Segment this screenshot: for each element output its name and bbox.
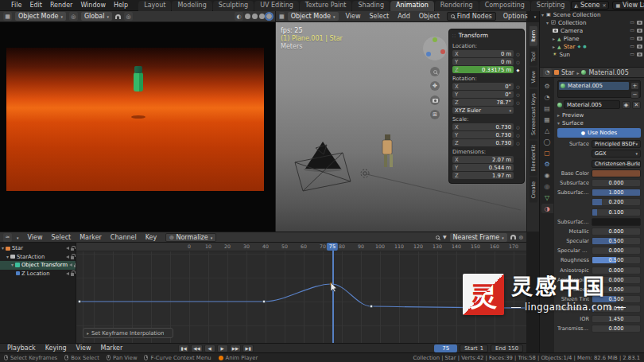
material-name-field[interactable]: Material.005 [564,100,620,109]
disable-render-icon[interactable] [637,45,642,49]
channel-object[interactable]: Star [0,244,76,253]
mute-icon[interactable] [66,272,69,275]
keyframe-decorator[interactable] [515,141,521,146]
tab-output[interactable]: ▤ [541,103,553,113]
mode-dropdown[interactable]: Object Mode [288,12,339,21]
menu-item[interactable]: Render [46,2,76,9]
tab-scene[interactable]: △ [541,126,553,135]
snap-magnet-icon[interactable] [510,235,516,239]
add-slot-button[interactable]: + [630,82,639,90]
lock-icon[interactable] [74,265,76,268]
subsurface-method-dropdown[interactable]: Christensen-Burley [592,160,641,168]
zoom-icon[interactable] [430,67,440,76]
menu-item[interactable]: Playback [3,344,40,352]
hide-viewport-icon[interactable]: ▭ [630,36,634,41]
play-reverse-button[interactable]: ◀ [204,344,215,352]
rotation-x-field[interactable]: X0° [452,83,514,90]
disable-render-icon[interactable] [637,29,642,33]
keyframe-dot[interactable] [370,305,374,309]
camera-view-icon[interactable] [430,95,440,105]
property-slider[interactable]: 0.000 [592,179,641,187]
remove-slot-button[interactable]: − [630,91,639,99]
npanel-tab[interactable]: BlenderKit [530,141,537,176]
playhead-line[interactable] [332,251,334,343]
workspace-tab[interactable]: UV Editing [254,1,299,11]
keyframe-decorator[interactable] [515,92,521,97]
menu-item[interactable]: Object [415,13,444,20]
editor-type-icon[interactable]: ▦ [279,12,285,21]
expand-icon[interactable] [6,254,9,260]
ortho-toggle-icon[interactable]: ⊞ [430,110,440,119]
operator-panel[interactable]: Set Keyframe Interpolation [83,328,173,338]
scale-z-field[interactable]: Z0.730 [452,139,514,146]
disable-render-icon[interactable] [637,37,642,41]
npanel-tab[interactable]: View [530,67,537,87]
snap-mode-dropdown[interactable]: Nearest Frame [450,233,507,242]
menu-item[interactable]: Marker [76,234,106,241]
channel-group[interactable]: Object Transform [0,261,76,270]
tab-material[interactable]: ◑ [541,204,553,213]
color-swatch[interactable] [592,218,641,226]
tab-modifiers[interactable]: ⚙ [541,159,553,169]
hide-viewport-icon[interactable]: ▭ [630,20,634,25]
material-shading-icon[interactable] [259,14,265,19]
workspace-tab[interactable]: Sculpting [213,1,254,11]
scale-x-field[interactable]: X0.730 [452,123,514,130]
scale-y-field[interactable]: Y0.730 [452,131,514,138]
property-slider[interactable]: 0.000 [592,325,641,333]
menu-item[interactable]: Key [142,234,161,241]
property-slider[interactable]: 0.500 [592,256,641,264]
npanel-tab[interactable]: Screencast Keys [530,89,537,139]
property-slider[interactable]: 1.450 [592,315,641,323]
next-keyframe-button[interactable]: ▶▶ [230,344,241,352]
keyframe-decorator[interactable] [515,84,521,89]
menu-item[interactable]: Window [76,2,110,9]
editor-type-icon[interactable]: ◔ [543,68,552,77]
tab-render[interactable]: ◔ [541,92,553,102]
menu-item[interactable]: View [24,234,47,241]
property-slider[interactable]: 0.100 [592,208,641,216]
options-menu[interactable]: Options [499,13,532,20]
rotation-mode-dropdown[interactable]: XYZ Euler [452,107,514,114]
prev-keyframe-button[interactable]: ◀◀ [191,344,202,352]
tab-object-data[interactable]: ▽ [541,193,553,202]
workspace-tab[interactable]: Compositing [479,1,530,11]
move-view-icon[interactable]: ✥ [430,81,440,91]
editor-type-icon[interactable]: ≈ [3,233,12,242]
render-preview-viewport[interactable] [0,22,275,232]
property-slider[interactable]: 0.200 [592,198,641,206]
keyframe-decorator[interactable] [515,100,521,105]
surface-shader-dropdown[interactable]: Principled BSDF [592,140,641,148]
normalize-button[interactable]: ◎ Normalize [165,233,216,242]
rotation-y-field[interactable]: Y0° [452,91,514,98]
axis-x-dot[interactable] [440,49,445,54]
menu-item[interactable]: Add [394,13,414,20]
scene-selector[interactable]: ◭ Scene ✕ [571,1,609,10]
outliner-row-camera[interactable]: Camera ▭ [540,26,644,34]
start-frame-field[interactable]: Start1 [460,344,488,352]
scene-clear-icon[interactable]: ✕ [602,2,606,8]
expand-icon[interactable] [553,43,555,50]
editor-type-icon[interactable]: ▦ [3,12,12,21]
tab-world[interactable]: ◯ [541,137,553,146]
lock-icon[interactable] [71,256,74,259]
search-icon[interactable] [436,235,440,239]
property-slider[interactable]: 0.000 [592,247,641,255]
outliner-row-collection[interactable]: ✓ Collection ▭ [540,18,644,26]
outliner-row-sun[interactable]: ☀ Sun ▭ [540,50,644,58]
tab-view-layer[interactable]: ▦ [541,115,553,124]
mute-icon[interactable] [66,247,69,250]
outliner-row-scene-collection[interactable]: ▣ Scene Collection [540,10,644,18]
transform-pivot-icon[interactable]: ◎ [69,12,78,21]
workspace-tab[interactable]: Rendering [435,1,479,11]
keyframe-dot[interactable] [262,300,266,304]
use-nodes-button[interactable]: ● Use Nodes [557,128,641,138]
playhead-frame-label[interactable]: 75 [327,243,338,251]
location-x-field[interactable]: X0 m [452,50,514,57]
proportional-edit-icon[interactable]: ◎ [519,235,523,239]
filter-icon[interactable]: ▼ [443,235,447,239]
dimensions-z-field[interactable]: Z1.97 m [452,172,514,179]
tab-physics[interactable]: ◉ [541,170,553,180]
jump-to-end-button[interactable]: ▶▮ [242,344,254,352]
tab-object[interactable]: ▢ [541,148,553,158]
